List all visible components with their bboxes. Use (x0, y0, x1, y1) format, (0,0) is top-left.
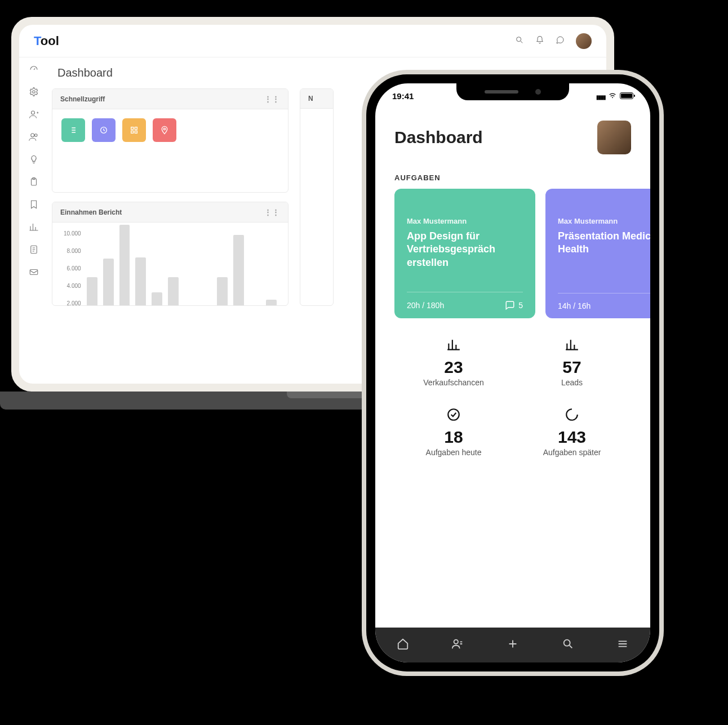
revenue-chart: 10.0008.0006.0004.0002.0000 (52, 223, 288, 306)
chart-icon[interactable] (29, 222, 39, 234)
bulb-icon[interactable] (29, 154, 39, 167)
svg-rect-10 (131, 127, 134, 130)
sidebar (19, 57, 48, 384)
task-hours: 14h / 16h (558, 301, 591, 310)
metric-opportunities[interactable]: 23 Verkaufschancen (394, 337, 513, 387)
card-title: Schnellzugriff (60, 95, 105, 103)
svg-rect-11 (135, 127, 137, 130)
clipboard-icon[interactable] (29, 177, 39, 189)
metric-value: 18 (394, 428, 513, 447)
metric-tasks-today[interactable]: 18 Aufgaben heute (394, 407, 513, 457)
svg-point-15 (448, 409, 459, 420)
tab-contacts[interactable] (451, 638, 464, 652)
phone-app: 19:41 Dashboard AUFGABEN Max Mustermann … (375, 83, 650, 662)
svg-rect-8 (30, 270, 38, 275)
metric-label: Leads (513, 378, 631, 387)
task-title: App Design für Vertriebsgespräch erstell… (407, 230, 523, 269)
metric-leads[interactable]: 57 Leads (513, 337, 631, 387)
top-bar: Tool (19, 25, 606, 57)
tab-add[interactable] (507, 638, 519, 652)
phone-frame: 19:41 Dashboard AUFGABEN Max Mustermann … (366, 74, 659, 671)
tab-search[interactable] (562, 638, 574, 652)
metric-value: 23 (394, 358, 513, 377)
metric-label: Verkaufschancen (394, 378, 513, 387)
task-owner: Max Mustermann (558, 217, 650, 225)
metric-label: Aufgaben später (513, 448, 631, 457)
svg-point-17 (563, 640, 570, 646)
metric-label: Aufgaben heute (394, 448, 513, 457)
gear-icon[interactable] (29, 87, 39, 99)
task-owner: Max Mustermann (407, 217, 523, 225)
bars-icon (446, 337, 461, 352)
svg-point-4 (35, 134, 38, 137)
metric-value: 57 (513, 358, 631, 377)
drag-icon[interactable]: ⋮⋮ (264, 208, 280, 216)
drag-icon[interactable]: ⋮⋮ (264, 95, 280, 103)
quick-tile-pin[interactable] (153, 118, 176, 142)
status-time: 19:41 (392, 91, 414, 101)
card-title: N (308, 95, 313, 103)
user-icon[interactable] (29, 109, 39, 122)
metric-tasks-later[interactable]: 143 Aufgaben später (513, 407, 631, 457)
avatar[interactable] (597, 121, 631, 154)
quick-tile-grid[interactable] (122, 118, 146, 142)
tab-home[interactable] (397, 638, 409, 652)
mail-icon[interactable] (29, 267, 39, 279)
bell-icon[interactable] (535, 35, 544, 47)
quick-tile-list[interactable] (61, 118, 85, 142)
spinner-icon (565, 407, 579, 422)
quick-access-card: Schnellzugriff ⋮⋮ (52, 88, 288, 193)
svg-point-16 (454, 640, 458, 644)
svg-point-2 (32, 111, 35, 114)
task-comments[interactable]: 5 (505, 300, 523, 310)
metrics-grid: 23 Verkaufschancen 57 Leads 18 Aufgaben … (375, 318, 650, 462)
search-icon[interactable] (515, 35, 524, 47)
wifi-icon (608, 91, 617, 100)
bookmark-icon[interactable] (29, 199, 39, 212)
task-card[interactable]: Max Mustermann App Design für Vertriebsg… (394, 189, 535, 318)
bars-icon (565, 337, 579, 352)
mobile-page-title: Dashboard (394, 128, 483, 147)
svg-point-1 (33, 91, 35, 94)
phone-notch (456, 83, 569, 100)
quick-tile-clock[interactable] (92, 118, 116, 142)
task-hours: 20h / 180h (407, 301, 444, 310)
metric-value: 143 (513, 428, 631, 447)
brand-logo: Tool (34, 34, 59, 48)
users-icon[interactable] (29, 132, 39, 144)
battery-icon (620, 92, 633, 99)
svg-point-14 (163, 128, 165, 130)
avatar[interactable] (576, 33, 592, 49)
task-title: Präsentation Medical Health (558, 230, 650, 256)
card-title: Einnahmen Bericht (60, 208, 122, 216)
svg-rect-13 (135, 131, 137, 133)
signal-icon (596, 91, 605, 101)
svg-rect-12 (131, 131, 134, 133)
chat-icon[interactable] (556, 35, 565, 47)
task-card[interactable]: Max Mustermann Präsentation Medical Heal… (545, 189, 650, 318)
svg-point-0 (517, 37, 521, 41)
notes-icon[interactable] (29, 244, 39, 257)
svg-point-3 (31, 134, 34, 137)
task-list[interactable]: Max Mustermann App Design für Vertriebsg… (375, 189, 650, 318)
tab-bar (375, 628, 650, 662)
dashboard-icon[interactable] (29, 64, 39, 77)
tab-menu[interactable] (616, 638, 629, 652)
revenue-card: Einnahmen Bericht ⋮⋮ 10.0008.0006.0004.0… (52, 202, 288, 306)
section-label: AUFGABEN (375, 162, 650, 189)
secondary-card: N (300, 88, 334, 306)
check-icon (446, 407, 461, 422)
